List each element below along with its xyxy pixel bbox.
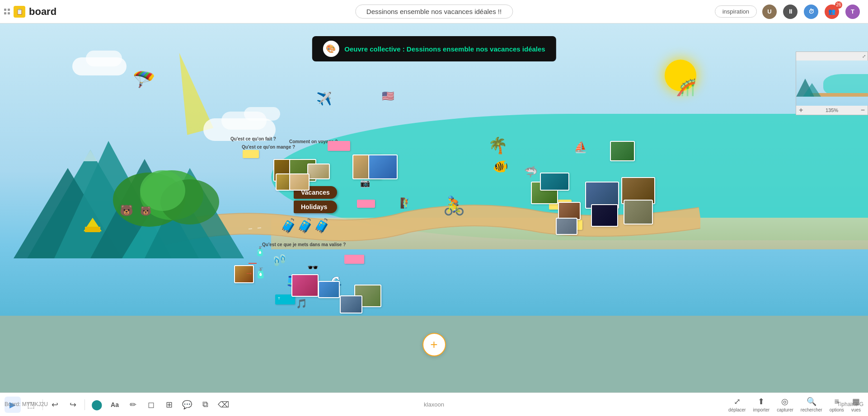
cloud-2 xyxy=(86,51,122,66)
bicycle-icon: 🚴 xyxy=(443,195,465,216)
comment-tool-button[interactable]: 💬 xyxy=(179,397,195,413)
photo-beach-2[interactable] xyxy=(368,154,398,179)
timer-button[interactable]: ⏱ xyxy=(803,4,819,20)
minimap-footer: + 135% − xyxy=(796,106,868,115)
zoom-out-button[interactable]: − xyxy=(861,107,865,114)
photo-item-beach[interactable] xyxy=(318,281,340,298)
zoom-level-display: 135% xyxy=(826,108,838,113)
arrow-line xyxy=(249,263,257,264)
cloud-5 xyxy=(244,107,280,121)
shark-icon: 🦈 xyxy=(524,166,538,178)
flip-flops-icon: 🩴 xyxy=(278,254,288,264)
pause-button[interactable]: ⏸ xyxy=(782,4,798,20)
capturer-label: capturer xyxy=(777,407,793,412)
sunscreen-icon: 🧴 xyxy=(254,267,267,279)
sailboat-icon: ⛵ xyxy=(574,141,587,154)
minimap-header: ⤢ xyxy=(796,52,868,61)
zoom-in-button[interactable]: + xyxy=(799,107,803,114)
tool-separator-2 xyxy=(84,399,85,410)
rechercher-button[interactable]: 🔍 rechercher xyxy=(801,397,822,412)
arrow-indicator: → xyxy=(245,269,253,278)
airplane-icon: ✈️ xyxy=(316,91,332,106)
inspiration-button[interactable]: inspiration xyxy=(715,5,757,18)
text-tool-button[interactable]: Aa xyxy=(107,397,123,413)
logo-box-icon: 📋 xyxy=(14,6,25,18)
capturer-icon: ◎ xyxy=(781,397,788,407)
hiker-icon: 🧗 xyxy=(400,197,412,209)
klaxoon-branding: klaxoon xyxy=(424,401,444,408)
sticky-pink-1[interactable] xyxy=(328,141,350,151)
sunglasses-icon: 🕶️ xyxy=(307,262,319,273)
photo-boat[interactable] xyxy=(540,173,569,191)
importer-button[interactable]: ⬆ importer xyxy=(753,397,769,412)
parachute-icon: 🪂 xyxy=(131,67,157,92)
participants-badge-wrap: 👥 26 xyxy=(824,4,840,20)
sign-holidays: Holidays xyxy=(294,201,337,213)
board-code-info: Board: MYMKJ2U xyxy=(0,393,52,416)
question-food: Qu'est ce qu'on mange ? xyxy=(242,145,295,150)
erase-tool-button[interactable]: ⌫ xyxy=(215,397,231,413)
photo-item-dress[interactable] xyxy=(291,274,319,297)
grid-menu-icon[interactable] xyxy=(3,0,11,23)
board-logo[interactable]: 📋 board xyxy=(14,6,56,18)
bear-icon: 🐻 xyxy=(120,204,133,217)
minimap-view xyxy=(796,61,868,106)
banner-text: Oeuvre collective : Dessinons ensemble n… xyxy=(344,45,545,53)
deplacer-icon: ⤢ xyxy=(734,397,741,407)
avatar-user1[interactable]: U xyxy=(761,4,778,20)
header-right-controls: inspiration U ⏸ ⏱ 👥 26 T xyxy=(715,4,861,20)
canvas-area[interactable]: 🎨 Oeuvre collective : Dessinons ensemble… xyxy=(0,23,868,393)
us-flag-icon: 🇺🇸 xyxy=(382,90,394,102)
svg-marker-6 xyxy=(84,150,97,161)
redo-button[interactable]: ↪ xyxy=(65,397,81,413)
roller-coaster-deco: 🎢 xyxy=(676,78,696,97)
user-name-display: Tiphaine G xyxy=(837,393,863,416)
photo-beach-chairs[interactable] xyxy=(307,164,330,179)
app-title: board xyxy=(29,6,56,18)
title-banner: 🎨 Oeuvre collective : Dessinons ensemble… xyxy=(312,36,556,61)
photo-tower[interactable] xyxy=(624,200,653,224)
bear2-icon: 🐻 xyxy=(140,206,151,216)
capturer-button[interactable]: ◎ capturer xyxy=(777,397,793,412)
camera-icon[interactable]: 📷 xyxy=(360,178,370,188)
question-suitcase: Qu'est ce que je mets dans ma valise ? xyxy=(262,242,346,247)
photo-right-sm1[interactable] xyxy=(558,202,581,220)
suitcases-icon: 🧳🧳🧳 xyxy=(280,218,330,234)
add-content-button[interactable]: + xyxy=(422,333,446,356)
photo-mountain-far[interactable] xyxy=(556,218,577,235)
bottom-toolbar: Board: MYMKJ2U ▶ ⬚ ↩ ↪ ⬤ Aa ✏ ◻ ⊞ 💬 ⧉ ⌫ … xyxy=(0,393,868,416)
group-tool-button[interactable]: ⧉ xyxy=(197,397,213,413)
importer-icon: ⬆ xyxy=(758,397,765,407)
board-center-title: Dessinons ensemble nos vacances idéales … xyxy=(355,5,513,19)
photo-right-night[interactable] xyxy=(591,204,618,227)
photo-green-right[interactable] xyxy=(610,141,635,161)
headphones-icon: 🎵 xyxy=(296,298,307,309)
bottle-icon: 🧴 xyxy=(254,246,266,257)
minimap-collapse-icon[interactable]: ⤢ xyxy=(862,54,866,59)
shape-tool-button[interactable]: ◻ xyxy=(143,397,159,413)
photo-food-2[interactable] xyxy=(289,173,310,191)
deplacer-label: déplacer xyxy=(728,407,746,412)
header: 📋 board Dessinons ensemble nos vacances … xyxy=(0,0,868,23)
sticky-pink-valise[interactable] xyxy=(344,255,364,264)
sticky-yellow-1[interactable] xyxy=(243,150,259,158)
svg-rect-12 xyxy=(85,227,100,232)
user-profile-avatar[interactable]: T xyxy=(845,4,861,20)
participant-count-badge: 26 xyxy=(835,1,842,9)
svg-point-10 xyxy=(140,170,185,211)
banner-colon: : Dessinons ensemble nos vacances idéale… xyxy=(401,45,545,53)
rechercher-icon: 🔍 xyxy=(807,397,816,407)
rechercher-label: rechercher xyxy=(801,407,822,412)
tropical-fish-icon: 🐠 xyxy=(493,159,508,174)
minimap-mountains-svg xyxy=(796,74,823,97)
minimap: ⤢ + 135% − xyxy=(796,51,868,115)
color-picker-button[interactable]: ⬤ xyxy=(89,397,105,413)
arrange-tool-button[interactable]: ⊞ xyxy=(161,397,177,413)
banner-palette-icon: 🎨 xyxy=(323,41,339,57)
importer-label: importer xyxy=(753,407,769,412)
sticky-pink-beach[interactable] xyxy=(357,200,375,208)
question-activities: Qu'est ce qu'on fait ? xyxy=(230,136,276,141)
draw-tool-button[interactable]: ✏ xyxy=(125,397,141,413)
deplacer-button[interactable]: ⤢ déplacer xyxy=(728,397,746,412)
photo-item-city[interactable] xyxy=(340,295,362,313)
